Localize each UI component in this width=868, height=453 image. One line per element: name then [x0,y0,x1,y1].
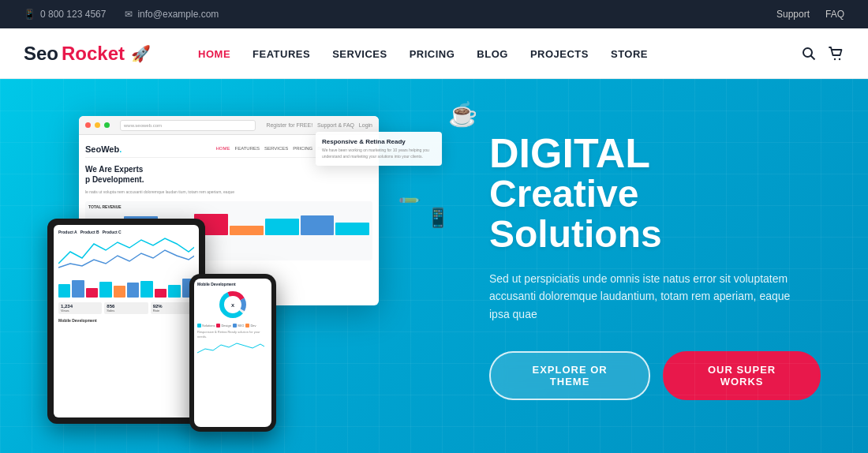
nav-projects[interactable]: PROJECTS [530,48,589,60]
nav-services[interactable]: SERVICES [332,48,387,60]
phone-title: Mobile Development [197,282,268,286]
legend-label-1: Solutions [202,324,215,328]
legend: Solutions Design SEO Dev [197,324,268,328]
legend-4: Dev [245,324,256,328]
svg-point-0 [803,48,812,57]
nav-right [802,47,844,61]
legend-color-1 [197,324,201,328]
stat-3: 92% Rate [151,302,194,314]
super-works-button[interactable]: OUR SUPER WORKS [663,351,821,400]
stat-2: 856 Sales [104,302,148,314]
legend-1: Solutions [197,324,215,328]
email-item: ✉ info@example.com [125,9,219,20]
t-bar-4 [99,282,111,298]
email-address: info@example.com [137,9,219,20]
bar-6 [265,219,299,235]
search-icon [802,47,816,61]
dot-green [104,122,110,128]
phone-chart [197,341,264,357]
mini-nav-services: SERVICES [264,146,288,152]
top-bar: 📱 0 800 123 4567 ✉ info@example.com Supp… [0,0,868,28]
bar-5 [230,226,264,235]
hero-subtitle: Sed ut perspiciatis unde omnis iste natu… [489,270,805,323]
mini-nav-features: FEATURES [234,146,260,152]
legend-2: Design [216,324,230,328]
stat-label-1: Views [61,309,99,313]
cart-icon [829,47,844,61]
t-bar-7 [140,281,152,298]
nav-menu: HOME FEATURES SERVICES PRICING BLOG PROJ… [198,47,802,61]
coffee-icon: ☕ [448,100,477,128]
mobile-dev-label: Mobile Development [58,318,194,323]
nav-home[interactable]: HOME [198,48,230,60]
nav-features[interactable]: FEATURES [253,48,310,60]
dot-red [85,122,91,128]
desktop-right-panel: Responsive & Retina Ready We have been w… [316,132,442,166]
phone-icon: 📱 [24,9,36,20]
logo-rocket: Rocket [62,43,125,65]
t-bar-2 [72,280,84,298]
legend-label-4: Dev [250,324,256,328]
svg-point-3 [839,58,840,59]
legend-3: SEO [233,324,244,328]
logo-seo: Seo [24,43,58,65]
navbar: Seo Rocket 🚀 HOME FEATURES SERVICES PRIC… [0,28,868,79]
legend-color-4 [245,324,249,328]
hero-title-line2: Creative Solutions [489,174,821,254]
mini-hero-line2: p Development. [85,174,372,185]
browser-nav: Register for FREE! Support & FAQ Login [266,122,372,128]
t-bar-5 [114,286,125,298]
tablet-chart: Product A Product B Product C [54,225,199,417]
phone-number: 0 800 123 4567 [40,9,106,20]
explore-button[interactable]: EXPLORE OR THEME [489,351,650,400]
faq-link[interactable]: FAQ [825,9,844,20]
email-icon: ✉ [125,9,133,20]
topbar-left: 📱 0 800 123 4567 ✉ info@example.com [24,9,219,20]
support-link[interactable]: Support [776,9,810,20]
url-text: www.seoweb.com [124,123,162,128]
svg-text:X: X [231,303,234,308]
bar-7 [301,215,335,236]
t-bar-3 [86,288,98,298]
hero-title: DIGITAL Creative Solutions [489,132,821,254]
mini-logo: SeoWeb. [85,144,122,154]
mini-hero-title: We Are Experts p Development. [85,164,372,185]
tablet-mockup: Product A Product B Product C [47,219,205,424]
cart-button[interactable] [829,47,844,61]
tablet-chart-label: Product A Product B Product C [58,230,194,234]
browser-url: www.seoweb.com [120,120,256,131]
stat-label-2: Sales [107,309,145,313]
hero-buttons: EXPLORE OR THEME OUR SUPER WORKS [489,351,821,400]
nav-store[interactable]: STORE [611,48,648,60]
search-button[interactable] [802,47,816,61]
tablet-stat-grid: 1,234 Views 856 Sales 92% Rate [58,302,194,314]
hero-section: www.seoweb.com Register for FREE! Suppor… [0,79,868,453]
t-bar-8 [155,289,166,298]
svg-point-2 [834,58,836,59]
tablet-bar-chart [58,278,194,298]
nav-blog[interactable]: BLOG [477,48,508,60]
logo[interactable]: Seo Rocket 🚀 [24,43,151,65]
bar-8 [335,223,369,236]
tablet-screen: Product A Product B Product C [54,225,199,417]
pencil-icon: ✏️ [397,188,421,212]
mini-nav-pricing: PRICING [293,146,312,152]
nav-pricing[interactable]: PRICING [410,48,455,60]
t-bar-6 [127,283,139,298]
hero-devices: www.seoweb.com Register for FREE! Suppor… [47,100,458,432]
legend-color-2 [216,324,220,328]
hero-content: DIGITAL Creative Solutions Sed ut perspi… [489,132,868,401]
phone-screen: Mobile Development X Solutions [194,279,271,427]
rocket-icon: 🚀 [131,44,151,63]
topbar-right: Support FAQ [776,9,844,20]
tablet-line-chart [58,236,194,271]
phone-content: Mobile Development X Solutions [194,279,271,363]
mobile-icon: 📱 [426,207,450,229]
legend-color-3 [233,324,237,328]
donut-chart: X [217,289,249,320]
panel-text: We have been working on marketing for 10… [322,148,436,159]
phone-body-text: Responsive & Retina Ready solution for y… [197,330,268,339]
stat-label-3: Rate [153,309,192,313]
mini-nav-home: HOME [215,146,230,152]
t-bar-9 [168,285,180,298]
